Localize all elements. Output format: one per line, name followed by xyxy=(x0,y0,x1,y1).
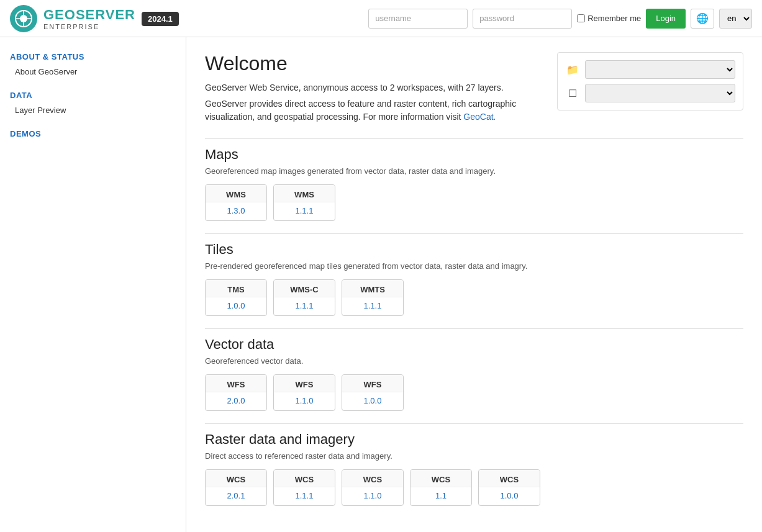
maps-desc: Georeferenced map images generated from … xyxy=(205,166,743,176)
wms-130-button[interactable]: WMS 1.3.0 xyxy=(205,184,267,221)
version-badge: 2024.1 xyxy=(142,12,179,26)
sidebar-section-demos: Demos xyxy=(0,124,186,141)
logo-subtitle: ENTERPRISE xyxy=(43,23,135,30)
workspace-select[interactable] xyxy=(585,60,735,79)
vector-title: Vector data xyxy=(205,336,743,353)
maps-title: Maps xyxy=(205,147,743,163)
main-content: 📁 ☐ Welcome GeoServer Web Service, anony… xyxy=(186,37,762,532)
header: GEOSERVER ENTERPRISE 2024.1 Remember me … xyxy=(0,0,762,37)
layer-row: ☐ xyxy=(565,84,735,102)
layout: ABOUT & STATUS About GeoServer DATA Laye… xyxy=(0,37,762,532)
geoserver-logo-icon xyxy=(10,5,37,32)
sidebar-item-layer-preview[interactable]: Layer Preview xyxy=(0,102,186,118)
workspace-row: 📁 xyxy=(565,60,735,79)
sidebar-section-about: ABOUT & STATUS xyxy=(0,47,186,64)
tiles-divider xyxy=(205,233,743,234)
wcs-11-button[interactable]: WCS 1.1 xyxy=(410,469,472,506)
wcs-110-button[interactable]: WCS 1.1.0 xyxy=(342,469,404,506)
remember-me-label: Remember me xyxy=(577,14,641,23)
logo-text: GEOSERVER ENTERPRISE xyxy=(43,7,135,30)
sidebar-section-data: DATA xyxy=(0,86,186,102)
wcs-100-button[interactable]: WCS 1.0.0 xyxy=(478,469,540,506)
remember-me-checkbox[interactable] xyxy=(577,14,585,22)
username-input[interactable] xyxy=(368,9,468,29)
wmts-111-button[interactable]: WMTS 1.1.1 xyxy=(342,279,404,316)
logo-title: GEOSERVER xyxy=(43,7,135,23)
raster-divider xyxy=(205,423,743,424)
vector-services: WFS 2.0.0 WFS 1.1.0 WFS 1.0.0 xyxy=(205,374,743,411)
layer-select[interactable] xyxy=(585,84,735,102)
globe-icon-button[interactable]: 🌐 xyxy=(691,9,714,29)
wfs-200-button[interactable]: WFS 2.0.0 xyxy=(205,374,267,411)
wfs-100-button[interactable]: WFS 1.0.0 xyxy=(342,374,404,411)
language-select[interactable]: en xyxy=(719,9,752,29)
vector-desc: Georeferenced vector data. xyxy=(205,356,743,366)
raster-services: WCS 2.0.1 WCS 1.1.1 WCS 1.1.0 WCS 1.1 WC… xyxy=(205,469,743,506)
wms-111-button[interactable]: WMS 1.1.1 xyxy=(273,184,335,221)
wcs-201-button[interactable]: WCS 2.0.1 xyxy=(205,469,267,506)
password-input[interactable] xyxy=(473,9,572,29)
sidebar-item-about-geoserver[interactable]: About GeoServer xyxy=(0,64,186,79)
raster-title: Raster data and imagery xyxy=(205,431,743,448)
folder-icon: 📁 xyxy=(565,62,580,77)
tms-100-button[interactable]: TMS 1.0.0 xyxy=(205,279,267,316)
maps-services: WMS 1.3.0 WMS 1.1.1 xyxy=(205,184,743,221)
tiles-title: Tiles xyxy=(205,241,743,258)
vector-divider xyxy=(205,328,743,329)
wfs-110-button[interactable]: WFS 1.1.0 xyxy=(273,374,335,411)
tiles-services: TMS 1.0.0 WMS-C 1.1.1 WMTS 1.1.1 xyxy=(205,279,743,316)
geocat-link[interactable]: GeoCat. xyxy=(463,112,496,122)
raster-desc: Direct access to referenced raster data … xyxy=(205,451,743,461)
header-right: Remember me Login 🌐 en xyxy=(368,9,752,29)
wmsc-111-button[interactable]: WMS-C 1.1.1 xyxy=(273,279,335,316)
logo-area: GEOSERVER ENTERPRISE 2024.1 xyxy=(10,5,196,32)
layer-icon: ☐ xyxy=(565,86,580,101)
maps-divider xyxy=(205,138,743,139)
tiles-desc: Pre-rendered georeferenced map tiles gen… xyxy=(205,261,743,271)
wcs-111-button[interactable]: WCS 1.1.1 xyxy=(273,469,335,506)
login-button[interactable]: Login xyxy=(646,9,686,29)
widget-area: 📁 ☐ xyxy=(557,52,743,110)
sidebar: ABOUT & STATUS About GeoServer DATA Laye… xyxy=(0,37,186,532)
